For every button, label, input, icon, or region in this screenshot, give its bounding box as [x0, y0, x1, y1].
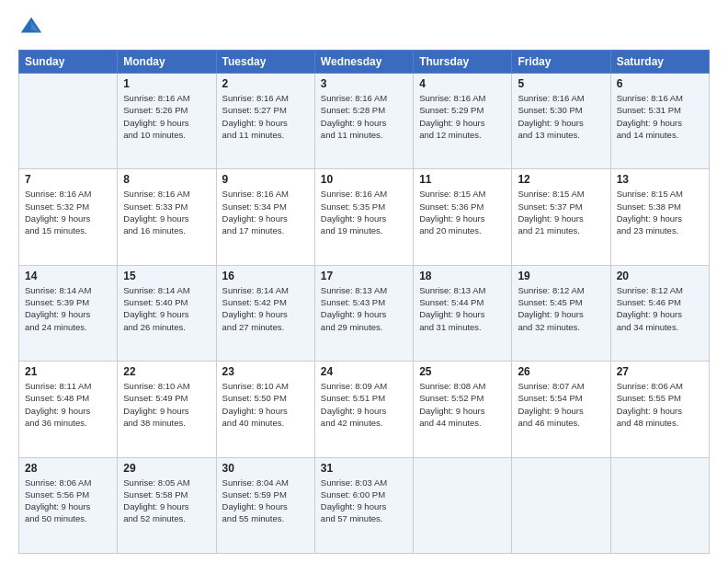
cell-info: Sunrise: 8:16 AMSunset: 5:33 PMDaylight:…	[123, 188, 210, 236]
calendar-cell: 31Sunrise: 8:03 AMSunset: 6:00 PMDayligh…	[314, 457, 413, 553]
cell-info: Sunrise: 8:16 AMSunset: 5:28 PMDaylight:…	[321, 92, 407, 141]
day-number: 8	[123, 173, 210, 186]
calendar-cell: 29Sunrise: 8:05 AMSunset: 5:58 PMDayligh…	[118, 457, 216, 553]
day-number: 5	[518, 77, 604, 90]
day-number: 25	[419, 365, 506, 378]
calendar-cell: 3Sunrise: 8:16 AMSunset: 5:28 PMDaylight…	[314, 74, 413, 169]
logo-icon	[18, 15, 44, 40]
day-number: 10	[321, 173, 407, 186]
week-row-4: 28Sunrise: 8:06 AMSunset: 5:56 PMDayligh…	[19, 457, 710, 553]
cell-info: Sunrise: 8:15 AMSunset: 5:37 PMDaylight:…	[518, 188, 604, 236]
calendar-cell: 9Sunrise: 8:16 AMSunset: 5:34 PMDaylight…	[216, 169, 314, 265]
day-number: 15	[123, 270, 210, 282]
calendar-cell: 26Sunrise: 8:07 AMSunset: 5:54 PMDayligh…	[512, 362, 610, 457]
cell-info: Sunrise: 8:16 AMSunset: 5:30 PMDaylight:…	[518, 92, 604, 141]
calendar-cell: 8Sunrise: 8:16 AMSunset: 5:33 PMDaylight…	[118, 169, 216, 265]
calendar-cell: 15Sunrise: 8:14 AMSunset: 5:40 PMDayligh…	[118, 265, 216, 361]
logo	[18, 15, 48, 40]
calendar-cell: 28Sunrise: 8:06 AMSunset: 5:56 PMDayligh…	[19, 457, 118, 553]
calendar-cell: 5Sunrise: 8:16 AMSunset: 5:30 PMDaylight…	[512, 74, 610, 169]
page: SundayMondayTuesdayWednesdayThursdayFrid…	[0, 0, 728, 563]
cell-info: Sunrise: 8:14 AMSunset: 5:39 PMDaylight:…	[25, 284, 111, 333]
day-number: 26	[518, 365, 604, 378]
cell-info: Sunrise: 8:12 AMSunset: 5:46 PMDaylight:…	[617, 284, 703, 333]
day-number: 21	[25, 365, 111, 378]
day-number: 17	[321, 270, 407, 282]
calendar-cell: 12Sunrise: 8:15 AMSunset: 5:37 PMDayligh…	[512, 169, 610, 265]
day-number: 16	[222, 270, 309, 282]
day-number: 24	[321, 365, 407, 378]
cell-info: Sunrise: 8:09 AMSunset: 5:51 PMDaylight:…	[321, 380, 407, 429]
cell-info: Sunrise: 8:04 AMSunset: 5:59 PMDaylight:…	[222, 477, 309, 525]
day-number: 2	[222, 77, 309, 90]
calendar-cell: 16Sunrise: 8:14 AMSunset: 5:42 PMDayligh…	[216, 265, 314, 361]
week-row-2: 14Sunrise: 8:14 AMSunset: 5:39 PMDayligh…	[19, 265, 710, 361]
cell-info: Sunrise: 8:14 AMSunset: 5:42 PMDaylight:…	[222, 284, 309, 333]
day-number: 11	[419, 173, 506, 186]
day-number: 3	[321, 77, 407, 90]
cell-info: Sunrise: 8:06 AMSunset: 5:55 PMDaylight:…	[617, 380, 703, 429]
weekday-header-friday: Friday	[512, 51, 610, 74]
cell-info: Sunrise: 8:08 AMSunset: 5:52 PMDaylight:…	[419, 380, 506, 429]
day-number: 6	[617, 77, 703, 90]
calendar-cell	[19, 74, 118, 169]
cell-info: Sunrise: 8:16 AMSunset: 5:31 PMDaylight:…	[617, 92, 703, 141]
day-number: 19	[518, 270, 604, 282]
calendar-cell: 21Sunrise: 8:11 AMSunset: 5:48 PMDayligh…	[19, 362, 118, 457]
calendar-cell	[414, 457, 512, 553]
calendar-cell: 22Sunrise: 8:10 AMSunset: 5:49 PMDayligh…	[118, 362, 216, 457]
day-number: 31	[321, 462, 407, 475]
calendar-cell: 6Sunrise: 8:16 AMSunset: 5:31 PMDaylight…	[610, 74, 709, 169]
calendar-cell: 10Sunrise: 8:16 AMSunset: 5:35 PMDayligh…	[314, 169, 413, 265]
cell-info: Sunrise: 8:07 AMSunset: 5:54 PMDaylight:…	[518, 380, 604, 429]
cell-info: Sunrise: 8:06 AMSunset: 5:56 PMDaylight:…	[25, 477, 111, 525]
cell-info: Sunrise: 8:03 AMSunset: 6:00 PMDaylight:…	[321, 477, 407, 525]
calendar-cell: 18Sunrise: 8:13 AMSunset: 5:44 PMDayligh…	[414, 265, 512, 361]
calendar-cell: 1Sunrise: 8:16 AMSunset: 5:26 PMDaylight…	[118, 74, 216, 169]
cell-info: Sunrise: 8:11 AMSunset: 5:48 PMDaylight:…	[25, 380, 111, 429]
day-number: 29	[123, 462, 210, 475]
calendar-cell: 24Sunrise: 8:09 AMSunset: 5:51 PMDayligh…	[314, 362, 413, 457]
day-number: 22	[123, 365, 210, 378]
calendar-cell: 19Sunrise: 8:12 AMSunset: 5:45 PMDayligh…	[512, 265, 610, 361]
day-number: 27	[617, 365, 703, 378]
day-number: 28	[25, 462, 111, 475]
cell-info: Sunrise: 8:12 AMSunset: 5:45 PMDaylight:…	[518, 284, 604, 333]
calendar-cell: 7Sunrise: 8:16 AMSunset: 5:32 PMDaylight…	[19, 169, 118, 265]
week-row-3: 21Sunrise: 8:11 AMSunset: 5:48 PMDayligh…	[19, 362, 710, 457]
weekday-header-sunday: Sunday	[19, 51, 118, 74]
calendar-table: SundayMondayTuesdayWednesdayThursdayFrid…	[18, 50, 710, 554]
calendar-cell: 4Sunrise: 8:16 AMSunset: 5:29 PMDaylight…	[414, 74, 512, 169]
day-number: 18	[419, 270, 506, 282]
calendar-header: SundayMondayTuesdayWednesdayThursdayFrid…	[19, 51, 710, 74]
cell-info: Sunrise: 8:10 AMSunset: 5:49 PMDaylight:…	[123, 380, 210, 429]
calendar-cell: 25Sunrise: 8:08 AMSunset: 5:52 PMDayligh…	[414, 362, 512, 457]
calendar-cell	[512, 457, 610, 553]
weekday-header-saturday: Saturday	[610, 51, 709, 74]
cell-info: Sunrise: 8:16 AMSunset: 5:27 PMDaylight:…	[222, 92, 309, 141]
cell-info: Sunrise: 8:16 AMSunset: 5:26 PMDaylight:…	[123, 92, 210, 141]
calendar-body: 1Sunrise: 8:16 AMSunset: 5:26 PMDaylight…	[19, 74, 710, 554]
cell-info: Sunrise: 8:16 AMSunset: 5:29 PMDaylight:…	[419, 92, 506, 141]
cell-info: Sunrise: 8:16 AMSunset: 5:34 PMDaylight:…	[222, 188, 309, 236]
weekday-header-monday: Monday	[118, 51, 216, 74]
day-number: 14	[25, 270, 111, 282]
cell-info: Sunrise: 8:13 AMSunset: 5:44 PMDaylight:…	[419, 284, 506, 333]
day-number: 30	[222, 462, 309, 475]
day-number: 12	[518, 173, 604, 186]
calendar-cell: 11Sunrise: 8:15 AMSunset: 5:36 PMDayligh…	[414, 169, 512, 265]
cell-info: Sunrise: 8:05 AMSunset: 5:58 PMDaylight:…	[123, 477, 210, 525]
weekday-row: SundayMondayTuesdayWednesdayThursdayFrid…	[19, 51, 710, 74]
day-number: 9	[222, 173, 309, 186]
calendar-cell: 17Sunrise: 8:13 AMSunset: 5:43 PMDayligh…	[314, 265, 413, 361]
cell-info: Sunrise: 8:13 AMSunset: 5:43 PMDaylight:…	[321, 284, 407, 333]
day-number: 13	[617, 173, 703, 186]
day-number: 4	[419, 77, 506, 90]
week-row-0: 1Sunrise: 8:16 AMSunset: 5:26 PMDaylight…	[19, 74, 710, 169]
cell-info: Sunrise: 8:14 AMSunset: 5:40 PMDaylight:…	[123, 284, 210, 333]
calendar-cell: 2Sunrise: 8:16 AMSunset: 5:27 PMDaylight…	[216, 74, 314, 169]
weekday-header-tuesday: Tuesday	[216, 51, 314, 74]
day-number: 20	[617, 270, 703, 282]
cell-info: Sunrise: 8:16 AMSunset: 5:35 PMDaylight:…	[321, 188, 407, 236]
weekday-header-wednesday: Wednesday	[314, 51, 413, 74]
